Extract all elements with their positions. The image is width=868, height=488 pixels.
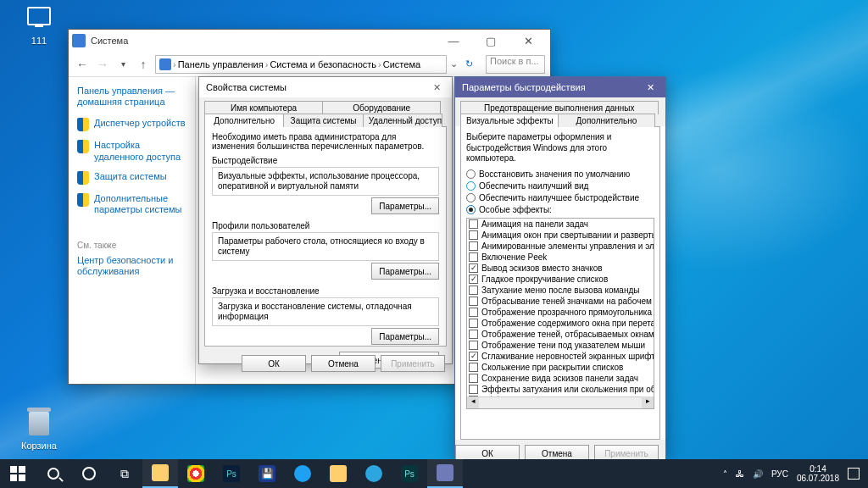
nav-up-button[interactable]: ↑ <box>135 56 152 73</box>
dialog-titlebar[interactable]: Параметры быстродействия ✕ <box>455 77 665 97</box>
taskbar-app-photoshop[interactable]: Ps <box>214 459 249 488</box>
taskbar-app-skype[interactable] <box>285 459 320 488</box>
close-button[interactable]: ✕ <box>428 82 445 93</box>
checkbox-icon <box>469 219 478 229</box>
tray-expand-button[interactable]: ˄ <box>723 469 727 479</box>
cortana-icon <box>82 467 96 480</box>
profiles-params-button[interactable]: Параметры... <box>371 263 439 280</box>
radio-option-3[interactable]: Особые эффекты: <box>466 205 654 214</box>
dialog-performance-options: Параметры быстродействия ✕ Предотвращени… <box>454 76 666 458</box>
nav-recent-button[interactable]: ▾ <box>114 56 131 73</box>
effect-checkbox-9[interactable]: Отображение содержимого окна при перетас… <box>467 318 654 329</box>
performance-params-button[interactable]: Параметры... <box>371 197 439 214</box>
horizontal-scrollbar[interactable]: ◂ ▸ <box>467 396 654 408</box>
taskbar-app-settings[interactable] <box>427 459 463 488</box>
tab-advanced[interactable]: Дополнительно <box>558 114 656 127</box>
effect-checkbox-13[interactable]: Скольжение при раскрытии списков <box>467 362 654 373</box>
desktop-icon-computer[interactable]: 111 <box>14 7 64 46</box>
effect-checkbox-10[interactable]: Отображение теней, отбрасываемых окнами <box>467 329 654 340</box>
app-icon <box>72 34 86 47</box>
effect-checkbox-2[interactable]: Анимированные элементы управления и элем… <box>467 241 654 252</box>
taskbar-app-explorer[interactable] <box>142 459 178 488</box>
effect-checkbox-7[interactable]: Отбрасывание теней значками на рабочем с… <box>467 296 654 307</box>
breadcrumb-item[interactable]: Панель управления <box>178 59 264 69</box>
checkbox-label: Затухание меню после вызова команды <box>481 286 639 295</box>
nav-forward-button[interactable]: → <box>94 56 111 73</box>
cortana-button[interactable] <box>71 459 107 488</box>
sidebar-item-advanced[interactable]: Дополнительные параметры системы <box>77 193 192 215</box>
sidebar-item-remote[interactable]: Настройка удаленного доступа <box>77 140 192 162</box>
dialog-titlebar[interactable]: Свойства системы ✕ <box>199 77 452 97</box>
close-button[interactable]: ✕ <box>642 82 659 93</box>
clock-date: 06.07.2018 <box>797 474 839 483</box>
checkbox-icon <box>469 230 478 240</box>
cp-home-link[interactable]: Панель управления — домашняя страница <box>77 86 192 108</box>
effect-checkbox-11[interactable]: Отображение тени под указателем мыши <box>467 340 654 351</box>
sidebar-item-protection[interactable]: Защита системы <box>77 171 192 185</box>
tray-language[interactable]: РУС <box>771 469 788 479</box>
action-center-button[interactable] <box>848 468 860 480</box>
checkbox-label: Анимация окон при свертывании и разверты… <box>481 230 654 240</box>
shield-icon <box>77 193 89 207</box>
radio-option-1[interactable]: Обеспечить наилучший вид <box>466 181 654 191</box>
apply-button[interactable]: Применить <box>381 355 445 372</box>
section-performance-heading: Быстродействие <box>212 156 439 165</box>
refresh-button[interactable]: ↻ <box>465 58 482 69</box>
radio-option-0[interactable]: Восстановить значения по умолчанию <box>466 169 654 179</box>
sidebar-item-device-manager[interactable]: Диспетчер устройств <box>77 118 192 131</box>
effect-checkbox-14[interactable]: Сохранение вида эскизов панели задач <box>467 373 654 384</box>
checkbox-label: Скольжение при раскрытии списков <box>481 363 623 372</box>
titlebar[interactable]: Система — ▢ ✕ <box>69 30 550 52</box>
effect-checkbox-1[interactable]: Анимация окон при свертывании и разверты… <box>467 230 654 241</box>
boot-params-button[interactable]: Параметры... <box>371 328 439 345</box>
effect-checkbox-15[interactable]: Эффекты затухания или скольжения при обр… <box>467 384 654 395</box>
taskbar-app-chrome[interactable] <box>178 459 214 488</box>
desktop-icon-recyclebin[interactable]: Корзина <box>14 412 64 451</box>
effect-checkbox-8[interactable]: Отображение прозрачного прямоугольника в… <box>467 307 654 318</box>
effect-checkbox-12[interactable]: Сглаживание неровностей экранных шрифтов <box>467 351 654 362</box>
taskbar-app-folder[interactable] <box>320 459 356 488</box>
section-profiles-heading: Профили пользователей <box>212 221 439 230</box>
taskbar-app-totalcmd[interactable]: 💾 <box>249 459 285 488</box>
cancel-button[interactable]: Отмена <box>311 355 376 372</box>
section-boot-heading: Загрузка и восстановление <box>212 286 439 296</box>
section-profiles-desc: Параметры рабочего стола, относящиеся ко… <box>212 232 439 261</box>
tab-remote[interactable]: Удаленный доступ <box>363 114 442 127</box>
effect-checkbox-3[interactable]: Включение Peek <box>467 252 654 263</box>
tray-volume-icon[interactable]: 🔊 <box>753 469 763 479</box>
see-also-link[interactable]: Центр безопасности и обслуживания <box>77 255 192 277</box>
breadcrumb-item[interactable]: Система и безопасность <box>270 59 376 69</box>
taskbar-search-button[interactable] <box>36 459 71 488</box>
taskbar-app-telegram[interactable] <box>356 459 392 488</box>
tab-hardware[interactable]: Оборудование <box>322 101 441 114</box>
tray-clock[interactable]: 0:14 06.07.2018 <box>797 464 839 483</box>
tray-network-icon[interactable]: 🖧 <box>736 469 744 479</box>
effect-checkbox-6[interactable]: Затухание меню после вызова команды <box>467 285 654 296</box>
effect-checkbox-0[interactable]: Анимация на панели задач <box>467 219 654 230</box>
tab-protection[interactable]: Защита системы <box>283 114 363 127</box>
tab-computer-name[interactable]: Имя компьютера <box>204 101 323 114</box>
scroll-left-button[interactable]: ◂ <box>467 396 479 408</box>
maximize-button[interactable]: ▢ <box>472 30 509 52</box>
effects-list[interactable]: Анимация на панели задачАнимация окон пр… <box>466 218 654 409</box>
task-view-button[interactable]: ⧉ <box>107 459 142 488</box>
scroll-right-button[interactable]: ▸ <box>642 396 654 408</box>
breadcrumb[interactable]: › Панель управления › Система и безопасн… <box>155 55 447 74</box>
taskbar-app-ps2[interactable]: Ps <box>392 459 427 488</box>
search-icon <box>47 468 59 480</box>
radio-icon <box>466 181 476 191</box>
breadcrumb-dropdown[interactable]: ⌄ <box>450 58 462 69</box>
ok-button[interactable]: ОК <box>242 355 306 372</box>
start-button[interactable] <box>0 459 36 488</box>
effect-checkbox-5[interactable]: Гладкое прокручивание списков <box>467 274 654 285</box>
nav-back-button[interactable]: ← <box>74 56 91 73</box>
tab-dep[interactable]: Предотвращение выполнения данных <box>460 101 659 114</box>
tab-visual-effects[interactable]: Визуальные эффекты <box>460 114 559 127</box>
radio-option-2[interactable]: Обеспечить наилучшее быстродействие <box>466 193 654 202</box>
breadcrumb-item[interactable]: Система <box>383 59 420 69</box>
minimize-button[interactable]: — <box>435 30 472 52</box>
close-button[interactable]: ✕ <box>509 30 547 52</box>
effect-checkbox-4[interactable]: Вывод эскизов вместо значков <box>467 263 654 274</box>
search-input[interactable]: Поиск в п... <box>486 55 545 74</box>
tab-advanced[interactable]: Дополнительно <box>204 114 284 127</box>
